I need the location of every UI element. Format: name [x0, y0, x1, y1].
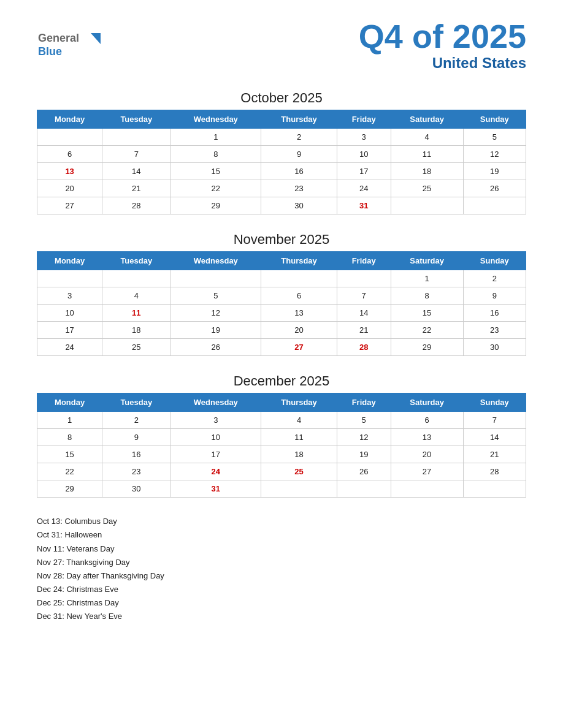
table-row: 34 56 78 9: [37, 287, 526, 305]
note-8: Dec 31: New Year's Eve: [37, 610, 526, 623]
col-monday: Monday: [37, 110, 102, 129]
col-tuesday: Tuesday: [102, 393, 170, 412]
note-7: Dec 25: Christmas Day: [37, 596, 526, 610]
title-section: Q4 of 2025 United States: [359, 18, 526, 72]
col-wednesday: Wednesday: [170, 393, 261, 412]
december-calendar: December 2025 Monday Tuesday Wednesday T…: [37, 373, 526, 498]
table-row: 12 34 56 7: [37, 412, 526, 429]
table-row: 67 89 1011 12: [37, 146, 526, 163]
col-tuesday: Tuesday: [102, 252, 170, 270]
table-row: 2930 31: [37, 480, 526, 498]
november-title: November 2025: [37, 232, 526, 248]
col-thursday: Thursday: [261, 252, 337, 270]
col-sunday: Sunday: [463, 252, 526, 270]
col-thursday: Thursday: [261, 393, 337, 412]
logo-text: General Blue: [37, 28, 110, 63]
svg-text:General: General: [38, 32, 79, 44]
note-1: Oct 13: Columbus Day: [37, 515, 526, 528]
col-friday: Friday: [337, 252, 391, 270]
table-row: 12: [37, 270, 526, 287]
december-table: Monday Tuesday Wednesday Thursday Friday…: [37, 393, 526, 498]
table-row: 1718 1920 2122 23: [37, 322, 526, 339]
col-tuesday: Tuesday: [102, 110, 170, 129]
table-row: 2021 2223 2425 26: [37, 180, 526, 197]
table-row: 89 1011 1213 14: [37, 429, 526, 446]
svg-text:Blue: Blue: [38, 45, 62, 58]
col-thursday: Thursday: [261, 110, 337, 129]
col-sunday: Sunday: [463, 110, 526, 129]
table-row: 2425 26 27 28 2930: [37, 339, 526, 356]
note-3: Nov 11: Veterans Day: [37, 542, 526, 556]
col-monday: Monday: [37, 252, 102, 270]
october-title: October 2025: [37, 90, 526, 106]
table-row: 1516 1718 1920 21: [37, 446, 526, 463]
col-wednesday: Wednesday: [170, 252, 261, 270]
table-row: 12 34 5: [37, 129, 526, 146]
note-2: Oct 31: Halloween: [37, 528, 526, 542]
quarter-title: Q4 of 2025: [359, 18, 526, 55]
note-6: Dec 24: Christmas Eve: [37, 583, 526, 596]
table-row: 13 1415 1617 1819: [37, 163, 526, 180]
table-row: 10 11 1213 1415 16: [37, 305, 526, 322]
col-saturday: Saturday: [391, 110, 463, 129]
note-5: Nov 28: Day after Thanksgiving Day: [37, 569, 526, 583]
november-calendar: November 2025 Monday Tuesday Wednesday T…: [37, 232, 526, 356]
notes-section: Oct 13: Columbus Day Oct 31: Halloween N…: [37, 515, 526, 623]
note-4: Nov 27: Thanksgiving Day: [37, 556, 526, 569]
logo: General Blue: [37, 28, 110, 63]
col-saturday: Saturday: [391, 252, 463, 270]
country-title: United States: [359, 55, 526, 72]
october-table: Monday Tuesday Wednesday Thursday Friday…: [37, 110, 526, 214]
november-table: Monday Tuesday Wednesday Thursday Friday…: [37, 251, 526, 356]
table-row: 2223 24 25 2627 28: [37, 463, 526, 480]
october-calendar: October 2025 Monday Tuesday Wednesday Th…: [37, 90, 526, 214]
col-friday: Friday: [337, 393, 391, 412]
page-header: General Blue Q4 of 2025 United States: [37, 18, 526, 72]
col-saturday: Saturday: [391, 393, 463, 412]
col-monday: Monday: [37, 393, 102, 412]
col-friday: Friday: [337, 110, 391, 129]
svg-marker-1: [91, 33, 101, 44]
col-sunday: Sunday: [463, 393, 526, 412]
december-title: December 2025: [37, 373, 526, 389]
col-wednesday: Wednesday: [170, 110, 261, 129]
table-row: 2728 2930 31: [37, 197, 526, 214]
